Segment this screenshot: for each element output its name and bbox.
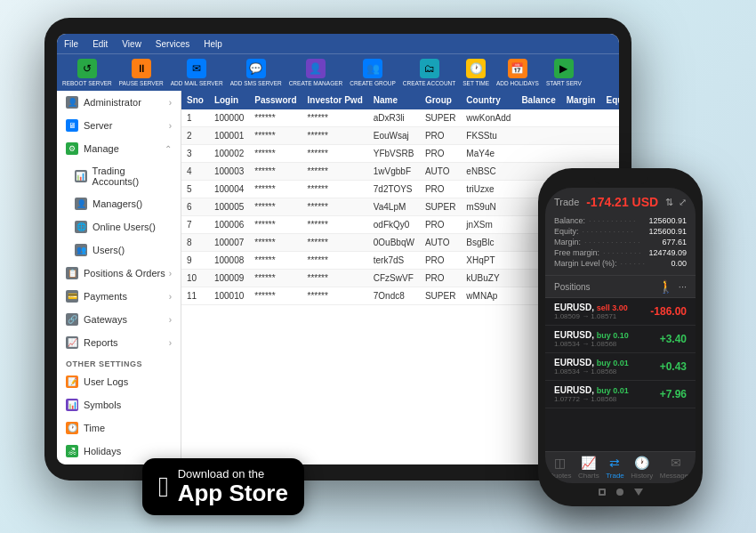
sidebar-item-symbols[interactable]: 📊 Symbols (57, 393, 181, 416)
phone-notch (594, 177, 647, 184)
position-item[interactable]: EURUSD, buy 0.01 1.07772 → 1.08568 +7.96 (545, 381, 696, 408)
trade-amount: -174.21 USD (586, 195, 658, 209)
manager-icon: 👤 (306, 59, 326, 78)
toolbar-create-manager[interactable]: 👤 CREATE MANAGER (289, 59, 343, 86)
managers-label: Managers() (92, 198, 142, 209)
col-login: Login (209, 91, 249, 109)
server-icon: 🖥 (66, 119, 78, 132)
balance-value: 125600.91 (648, 216, 687, 225)
sidebar-item-trading-accounts[interactable]: 📊 Trading Accounts() (57, 160, 181, 192)
balance-row: Balance: · · · · · · · · · · · 125600.91 (554, 216, 687, 225)
table-cell (516, 127, 560, 145)
trade-icons: ⇅ ⤢ (665, 197, 687, 208)
table-cell: wMNAp (461, 287, 516, 305)
col-margin: Margin (561, 91, 601, 109)
nav-item-messages[interactable]: ✉ Messages (660, 456, 692, 480)
nav-messages-icon: ✉ (671, 456, 681, 470)
balance-label: Balance: (554, 216, 585, 225)
toolbar-create-group[interactable]: 👥 CREATE GROUP (350, 59, 396, 86)
free-margin-label: Free margin: (554, 248, 599, 257)
chevron-right-icon: › (169, 121, 172, 131)
nav-item-charts[interactable]: 📈 Charts (578, 456, 599, 480)
sidebar-item-reports[interactable]: 📈 Reports › (57, 331, 181, 354)
expand-icon: ⤢ (679, 197, 687, 208)
position-prices: 1.08534 → 1.08568 (554, 367, 629, 376)
table-row[interactable]: 1100000************aDxR3liSUPERwwKonAddd… (181, 109, 619, 127)
toolbar-add-holidays[interactable]: 📅 ADD HOLIDAYS (496, 59, 539, 86)
position-item[interactable]: EURUSD, buy 0.10 1.08534 → 1.08568 +3.40 (545, 326, 696, 353)
sidebar-item-online-users[interactable]: 🌐 Online Users() (57, 215, 181, 238)
app-store-top-text: Download on the (178, 467, 288, 481)
sidebar-item-managers[interactable]: 👤 Managers() (57, 192, 181, 215)
table-cell: Va4LpM (368, 198, 420, 216)
table-cell: mS9uN (461, 198, 516, 216)
sidebar-item-administrator[interactable]: 👤 Administrator › (57, 91, 181, 114)
nav-item-history[interactable]: 🕐 History (631, 456, 653, 480)
holidays-setting-label: Holidays (84, 446, 121, 456)
position-item[interactable]: EURUSD, buy 0.01 1.08534 → 1.08568 +0.43 (545, 353, 696, 381)
start-label: START SERV (546, 80, 582, 86)
table-cell: 9 (181, 252, 209, 270)
table-cell: SUPER (420, 109, 461, 127)
position-info: EURUSD, buy 0.01 1.07772 → 1.08568 (554, 385, 629, 403)
sidebar-item-users[interactable]: 👥 Users() (57, 238, 181, 262)
balance-dots: · · · · · · · · · · · (589, 216, 645, 225)
margin-level-row: Margin Level (%): · · · · · · 0.00 (554, 259, 687, 268)
menu-view[interactable]: View (122, 39, 141, 49)
managers-icon: 👤 (75, 198, 87, 210)
trade-header: Trade -174.21 USD ⇅ ⤢ (545, 188, 696, 213)
sidebar-item-time[interactable]: 🕐 Time (57, 416, 181, 440)
table-cell: kUBuZY (461, 270, 516, 287)
table-cell: 1wVgbbF (368, 163, 420, 181)
table-cell: ****** (249, 287, 302, 305)
gateways-chevron-icon: › (169, 315, 172, 325)
col-group: Group (420, 91, 461, 109)
table-cell: ****** (249, 234, 302, 252)
toolbar-set-time[interactable]: 🕐 SET TIME (462, 59, 489, 86)
position-type: buy 0.10 (597, 331, 629, 340)
toolbar-add-sms[interactable]: 💬 ADD SMS SERVER (230, 59, 282, 86)
sidebar-item-server[interactable]: 🖥 Server › (57, 114, 181, 137)
position-info: EURUSD, buy 0.10 1.08534 → 1.08568 (554, 330, 629, 348)
reboot-icon: ↺ (77, 59, 97, 78)
server-label: Server (84, 120, 112, 131)
app-store-button[interactable]:  Download on the App Store (142, 458, 304, 515)
table-cell: 0OuBbqW (368, 234, 420, 252)
sidebar-item-payments[interactable]: 💳 Payments › (57, 285, 181, 308)
toolbar-start-server[interactable]: ▶ START SERV (546, 59, 582, 86)
position-item[interactable]: EURUSD, sell 3.00 1.08509 → 1.08571 -186… (545, 298, 696, 326)
toolbar-pause-server[interactable]: ⏸ PAUSE SERVER (119, 59, 164, 86)
table-cell: ****** (249, 127, 302, 145)
table-cell (516, 145, 560, 163)
table-row[interactable]: 3100002************YFbVSRBPROMaY4eyH6b@p (181, 145, 619, 163)
table-row[interactable]: 2100001************EouWsajPROFKSSturrcWb (181, 127, 619, 145)
nav-charts-label: Charts (578, 472, 599, 480)
user-logs-label: User Logs (84, 376, 128, 387)
table-cell: PRO (420, 181, 461, 198)
menu-edit[interactable]: Edit (92, 39, 108, 49)
menu-services[interactable]: Services (156, 39, 189, 49)
sidebar-item-manage[interactable]: ⚙ Manage ⌃ (57, 137, 181, 160)
col-equity: Equity (601, 91, 619, 109)
nav-item-trade[interactable]: ⇄ Trade (606, 456, 624, 480)
table-cell: eNBSC (461, 163, 516, 181)
toolbar-reboot-server[interactable]: ↺ REBOOT SERVER (62, 59, 112, 86)
table-cell: aDxR3li (368, 109, 420, 127)
sidebar-item-user-logs[interactable]: 📝 User Logs (57, 370, 181, 393)
symbols-label: Symbols (84, 400, 121, 410)
sidebar-item-positions[interactable]: 📋 Positions & Orders › (57, 262, 181, 285)
menu-help[interactable]: Help (204, 39, 222, 49)
account-icon: 🗂 (420, 59, 439, 78)
sidebar-item-gateways[interactable]: 🔗 Gateways › (57, 308, 181, 331)
toolbar-create-account[interactable]: 🗂 CREATE ACCOUNT (403, 59, 455, 86)
group-label: CREATE GROUP (350, 80, 396, 86)
position-symbol: EURUSD, buy 0.10 (554, 330, 629, 340)
equity-label: Equity: (554, 227, 579, 236)
position-pnl: -186.00 (650, 305, 687, 318)
toolbar-add-mail[interactable]: ✉ ADD MAIL SERVER (171, 59, 223, 86)
free-margin-dots: · · · · · · · · · (603, 248, 645, 257)
phone-home-square (599, 489, 606, 496)
menu-file[interactable]: File (64, 39, 78, 49)
main-content: 👤 Administrator › 🖥 Server › ⚙ Manage (57, 91, 619, 464)
nav-item-quotes[interactable]: ◫ Quotes (549, 456, 572, 480)
